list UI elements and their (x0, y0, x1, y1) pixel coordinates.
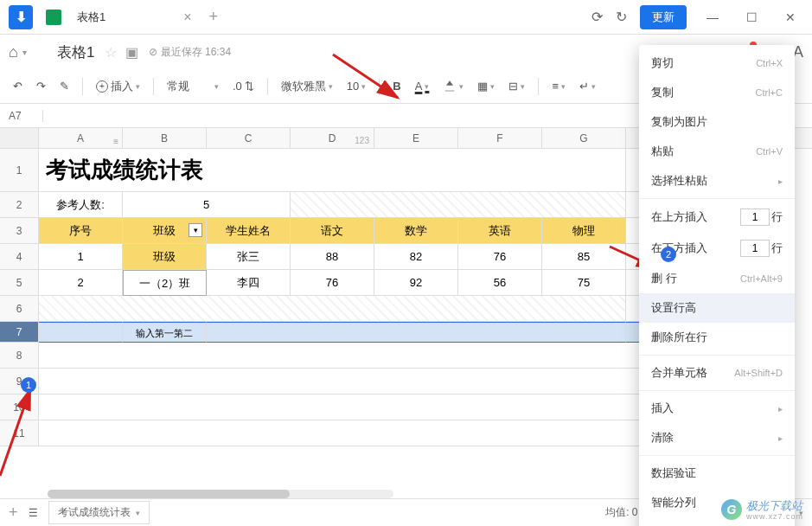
minimize-button[interactable]: — (700, 10, 726, 24)
folder-move-icon[interactable]: ▣ (125, 44, 138, 61)
sheet-tab-dropdown-icon[interactable]: ▾ (136, 509, 140, 517)
ctx-set-row-height[interactable]: 设置行高 (639, 293, 795, 323)
row-header-11[interactable]: 11 (0, 420, 39, 446)
ctx-data-validation[interactable]: 数据验证 (639, 459, 795, 488)
insert-below-count-input[interactable] (740, 240, 770, 257)
cell[interactable]: 张三 (207, 244, 291, 270)
row-header-1[interactable]: 1 (0, 149, 39, 192)
cell[interactable] (39, 296, 626, 322)
cell[interactable]: 76 (291, 270, 374, 296)
horizontal-scrollbar[interactable] (48, 490, 393, 498)
ctx-smart-split[interactable]: 智能分列 (639, 488, 795, 517)
cell[interactable]: 82 (374, 244, 458, 270)
cell[interactable]: 85 (542, 244, 626, 270)
row-header-8[interactable]: 8 (0, 343, 39, 369)
bold-button[interactable]: B (388, 77, 405, 95)
close-window-button[interactable]: ✕ (777, 10, 803, 24)
cell[interactable]: 输入第一第二 (123, 322, 207, 343)
document-title[interactable]: 表格1 (57, 42, 94, 62)
column-header-c[interactable]: C (207, 128, 291, 148)
cell[interactable] (39, 343, 678, 369)
sheet-tab[interactable]: 考试成绩统计表 ▾ (48, 501, 150, 524)
ctx-cut[interactable]: 剪切Ctrl+X (639, 48, 795, 78)
font-size-select[interactable]: 10 ▾ (342, 77, 370, 95)
ctx-copy-as-image[interactable]: 复制为图片 (639, 107, 795, 137)
column-header-a[interactable]: A≡ (39, 128, 123, 148)
decimal-format-button[interactable]: .0 ⇅ (228, 77, 259, 95)
format-painter-button[interactable]: ✎ (55, 77, 74, 95)
cell[interactable]: 2 (39, 270, 123, 296)
cell[interactable] (39, 369, 678, 394)
ctx-paste-special[interactable]: 选择性粘贴▸ (639, 166, 795, 196)
ctx-copy[interactable]: 复制Ctrl+C (639, 78, 795, 107)
wrap-button[interactable]: ↵ ▾ (575, 77, 600, 95)
cell[interactable]: 56 (458, 270, 542, 296)
row-header-7[interactable]: 7 (0, 322, 39, 343)
cell[interactable]: 李四 (207, 270, 291, 296)
star-icon[interactable]: ☆ (105, 44, 117, 61)
cell[interactable]: 语文 (291, 218, 374, 244)
new-tab-icon[interactable]: + (209, 8, 219, 26)
cell[interactable] (39, 420, 678, 446)
merge-button[interactable]: ⊟ ▾ (504, 77, 529, 95)
filter-button-icon[interactable]: ▾ (189, 223, 202, 237)
row-header-2[interactable]: 2 (0, 192, 39, 218)
cell[interactable]: 班级 (123, 244, 207, 270)
close-tab-icon[interactable]: × (183, 10, 191, 25)
row-header-10[interactable]: 10 (0, 394, 39, 420)
cell[interactable] (291, 192, 626, 218)
ctx-clear[interactable]: 清除▸ (639, 423, 795, 452)
cell[interactable]: 物理 (542, 218, 626, 244)
cell[interactable]: 英语 (458, 218, 542, 244)
column-header-f[interactable]: F (458, 128, 542, 148)
insert-button[interactable]: + 插入 ▾ (92, 76, 144, 97)
cell[interactable]: 数学 (374, 218, 458, 244)
number-format-select[interactable]: 常规 ▾ (163, 76, 223, 97)
refresh-icon[interactable]: ↻ (616, 9, 627, 25)
cell[interactable]: 92 (374, 270, 458, 296)
ctx-delete-rows-at[interactable]: 删除所在行 (639, 323, 795, 352)
row-header-4[interactable]: 4 (0, 244, 39, 270)
ctx-set-data-format[interactable]: 设置数据格式 (639, 517, 795, 526)
cell[interactable]: 5 (123, 192, 291, 218)
fill-color-button[interactable]: ▾ (438, 77, 468, 96)
redo-button[interactable]: ↷ (32, 77, 50, 95)
update-button[interactable]: 更新 (640, 5, 687, 29)
font-family-select[interactable]: 微软雅黑 ▾ (277, 76, 337, 97)
cell-class-header[interactable]: 班级▾ (123, 218, 207, 244)
cell[interactable]: 一（2）班 (123, 270, 207, 296)
cell[interactable] (39, 322, 123, 343)
ctx-delete-row[interactable]: 删 行Ctrl+Alt+9 (639, 264, 795, 293)
cell[interactable]: 参考人数: (39, 192, 123, 218)
row-header-6[interactable]: 6 (0, 296, 39, 322)
insert-above-count-input[interactable] (740, 208, 770, 226)
sync-icon[interactable]: ⟳ (591, 9, 603, 25)
cell[interactable]: 88 (291, 244, 374, 270)
sheets-menu-icon[interactable]: ☰ (29, 507, 38, 519)
ctx-merge-cells[interactable]: 合并单元格Alt+Shift+D (639, 358, 795, 388)
row-header-5[interactable]: 5 (0, 270, 39, 296)
borders-button[interactable]: ▦ ▾ (473, 77, 499, 95)
add-sheet-button[interactable]: + (9, 504, 18, 522)
column-header-g[interactable]: G (542, 128, 626, 148)
cell[interactable]: 1 (39, 244, 123, 270)
ctx-insert-above[interactable]: 在上方插入行 (639, 202, 795, 233)
cell[interactable] (207, 322, 626, 343)
select-all-corner[interactable] (0, 128, 39, 148)
cell[interactable]: 75 (542, 270, 626, 296)
zoom-dropdown-icon[interactable]: ▾ (799, 509, 803, 517)
column-header-e[interactable]: E (374, 128, 458, 148)
row-header-3[interactable]: 3 (0, 218, 39, 244)
home-dropdown-icon[interactable]: ▾ (22, 48, 27, 57)
align-button[interactable]: ≡ ▾ (547, 77, 570, 95)
cell[interactable]: 学生姓名 (207, 218, 291, 244)
cell[interactable]: 序号 (39, 218, 123, 244)
ctx-paste[interactable]: 粘贴Ctrl+V (639, 137, 795, 166)
font-color-button[interactable]: A ▾ (411, 77, 434, 95)
home-icon[interactable]: ⌂ (9, 43, 18, 61)
cell-reference-input[interactable]: A7 (0, 110, 43, 122)
ctx-insert-submenu[interactable]: 插入▸ (639, 394, 795, 423)
cell[interactable]: 76 (458, 244, 542, 270)
title-cell[interactable]: 考试成绩统计表 (39, 149, 626, 192)
document-tab[interactable]: 表格1 (68, 10, 114, 25)
